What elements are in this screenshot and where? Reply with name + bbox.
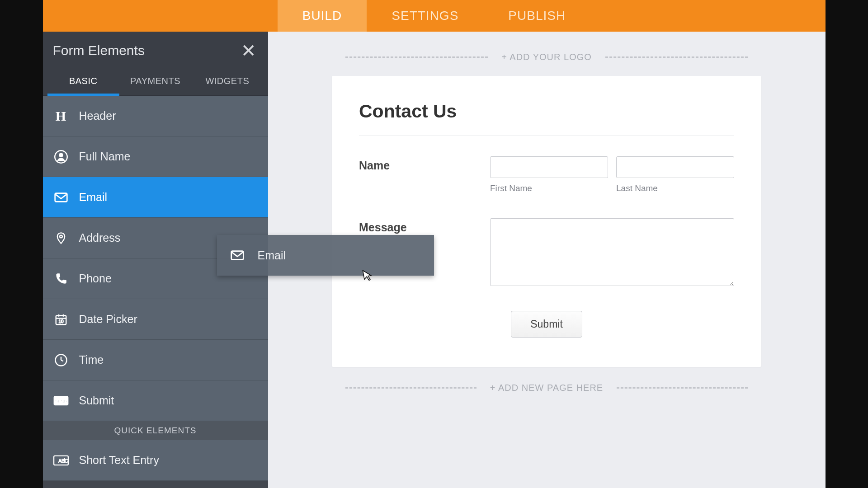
last-name-sublabel: Last Name [616,183,734,193]
first-name-input[interactable] [490,156,608,178]
element-full-name[interactable]: Full Name [43,136,268,177]
svg-rect-17 [231,251,243,260]
svg-point-1 [59,153,63,157]
quick-elements-header: QUICK ELEMENTS [43,421,268,440]
add-page-row[interactable]: + ADD NEW PAGE HERE [332,383,761,393]
nav-build[interactable]: BUILD [278,0,367,32]
tab-widgets[interactable]: WIDGETS [191,68,263,95]
sidebar-title: Form Elements [53,43,145,58]
first-name-sublabel: First Name [490,183,608,193]
svg-text:ABC: ABC [58,458,68,463]
calendar-icon: 10 [53,312,69,327]
email-icon [230,248,245,263]
element-label: Email [79,191,108,204]
drag-ghost-email[interactable]: Email [217,235,434,276]
app-window: BUILD SETTINGS PUBLISH Form Elements ✕ B… [43,0,826,488]
svg-line-11 [61,360,63,361]
nav-publish[interactable]: PUBLISH [483,0,590,32]
last-name-input[interactable] [616,156,734,178]
top-nav: BUILD SETTINGS PUBLISH [43,0,826,32]
sidebar-header: Form Elements ✕ [43,32,268,68]
header-icon: H [53,108,69,124]
location-icon [53,230,69,246]
message-textarea[interactable] [490,218,734,286]
dash-line [605,56,748,58]
add-logo-label: + ADD YOUR LOGO [501,52,592,62]
svg-point-3 [60,235,62,238]
element-label: Header [79,109,116,122]
email-icon [53,190,69,205]
svg-text:10: 10 [58,319,64,324]
tab-basic[interactable]: BASIC [47,68,119,95]
svg-rect-2 [55,193,67,202]
form-card: Contact Us Name First Name Last Name Mes… [332,76,761,367]
close-icon[interactable]: ✕ [239,42,258,60]
dash-line [345,56,488,58]
elements-list: H Header Full Name Email Address [43,96,268,488]
element-label: Date Picker [79,313,137,326]
form-title[interactable]: Contact Us [359,101,734,136]
svg-text:SEND: SEND [55,398,67,403]
element-label: Phone [79,272,112,285]
clock-icon [53,352,69,368]
element-label: Submit [79,394,114,407]
element-email[interactable]: Email [43,177,268,218]
element-date-picker[interactable]: 10 Date Picker [43,299,268,340]
element-submit[interactable]: SEND Submit [43,380,268,421]
element-label: Full Name [79,150,131,163]
element-short-text-entry[interactable]: ABC Short Text Entry [43,440,268,481]
send-icon: SEND [53,393,69,408]
add-logo-row[interactable]: + ADD YOUR LOGO [332,52,761,62]
dash-line [345,387,476,389]
tab-payments[interactable]: PAYMENTS [119,68,191,95]
user-icon [53,149,69,164]
phone-icon [53,271,69,286]
element-label: Time [79,353,104,366]
element-time[interactable]: Time [43,340,268,380]
nav-settings[interactable]: SETTINGS [367,0,483,32]
drag-ghost-label: Email [258,249,286,262]
field-name: Name First Name Last Name [359,156,734,193]
text-entry-icon: ABC [53,453,69,468]
dash-line [617,387,748,389]
field-label-name[interactable]: Name [359,156,490,193]
element-label: Address [79,231,121,244]
add-page-label: + ADD NEW PAGE HERE [490,383,603,393]
element-label: Short Text Entry [79,454,159,467]
sidebar-tabs: BASIC PAYMENTS WIDGETS [43,68,268,96]
submit-button[interactable]: Submit [511,311,582,338]
element-header[interactable]: H Header [43,96,268,136]
